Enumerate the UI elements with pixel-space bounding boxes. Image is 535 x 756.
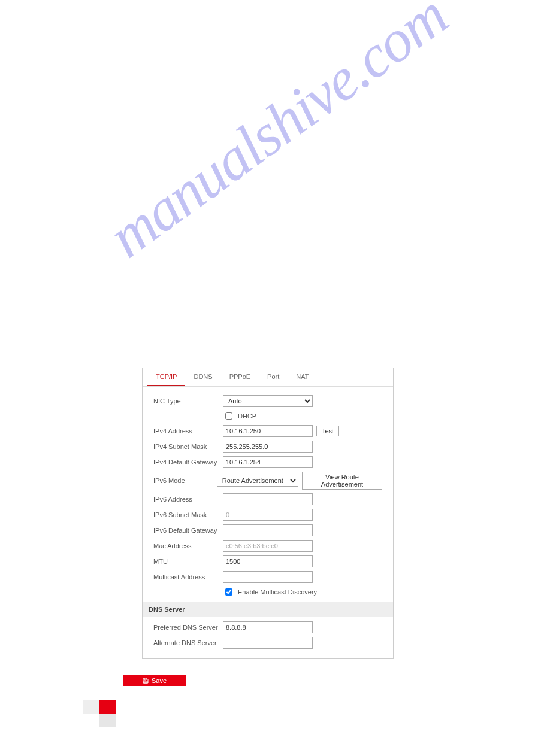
label-ipv6-address: IPv6 Address: [153, 496, 223, 503]
checkbox-dhcp[interactable]: [225, 412, 232, 420]
input-multicast-address[interactable]: [223, 571, 313, 583]
label-ipv4-subnet: IPv4 Subnet Mask: [153, 443, 223, 450]
label-ipv6-gateway: IPv6 Default Gateway: [153, 527, 223, 534]
label-nic-type: NIC Type: [153, 397, 223, 405]
label-ipv4-address: IPv4 Address: [153, 427, 223, 435]
row-ipv4-address: IPv4 Address Test: [153, 425, 382, 437]
select-ipv6-mode[interactable]: Route Advertisement: [217, 475, 298, 487]
checkbox-multicast-discovery[interactable]: [225, 588, 232, 596]
decor-block: [99, 700, 116, 714]
input-mtu[interactable]: [223, 555, 313, 567]
checkbox-dhcp-wrap: DHCP: [223, 411, 256, 421]
network-settings-panel: TCP/IP DDNS PPPoE Port NAT NIC Type Auto…: [142, 368, 394, 659]
tabbar: TCP/IP DDNS PPPoE Port NAT: [143, 368, 393, 387]
decor-block: [83, 700, 99, 714]
watermark-text: manualshive.com: [96, 0, 460, 271]
label-preferred-dns: Preferred DNS Server: [153, 624, 223, 631]
row-mtu: MTU: [153, 555, 382, 567]
input-alternate-dns[interactable]: [223, 637, 313, 649]
row-dhcp: DHCP: [153, 411, 382, 421]
divider-top: [81, 48, 453, 48]
decor-block: [83, 714, 99, 727]
bottom-decor: [83, 700, 116, 727]
label-multicast-address: Multicast Address: [153, 573, 223, 581]
select-nic-type[interactable]: Auto: [223, 395, 313, 407]
row-ipv4-subnet: IPv4 Subnet Mask: [153, 441, 382, 453]
label-dhcp: DHCP: [238, 412, 256, 420]
button-test[interactable]: Test: [316, 426, 339, 436]
decor-block: [99, 714, 116, 727]
save-button-label: Save: [152, 677, 167, 684]
row-enable-multicast-discovery: Enable Multicast Discovery: [153, 587, 382, 597]
row-mac-address: Mac Address: [153, 540, 382, 552]
input-ipv6-subnet[interactable]: [223, 509, 313, 521]
label-multicast-discovery: Enable Multicast Discovery: [238, 588, 317, 596]
row-alternate-dns: Alternate DNS Server: [153, 637, 382, 649]
form-area: NIC Type Auto DHCP IPv4 Address Test: [143, 387, 393, 658]
label-ipv6-mode: IPv6 Mode: [153, 477, 217, 484]
row-nic-type: NIC Type Auto: [153, 395, 382, 407]
tab-ddns[interactable]: DDNS: [185, 368, 220, 386]
row-ipv6-address: IPv6 Address: [153, 493, 382, 505]
label-ipv4-gateway: IPv4 Default Gateway: [153, 459, 223, 466]
input-ipv6-gateway[interactable]: [223, 524, 313, 536]
input-mac-address: [223, 540, 313, 552]
save-button[interactable]: Save: [123, 675, 186, 686]
input-ipv6-address[interactable]: [223, 493, 313, 505]
section-header-dns: DNS Server: [143, 602, 393, 617]
label-mac-address: Mac Address: [153, 542, 223, 549]
label-alternate-dns: Alternate DNS Server: [153, 639, 223, 646]
input-ipv4-subnet[interactable]: [223, 441, 313, 453]
button-view-route-advertisement[interactable]: View Route Advertisement: [302, 472, 382, 490]
save-icon: [143, 678, 149, 684]
row-preferred-dns: Preferred DNS Server: [153, 621, 382, 633]
input-ipv4-address[interactable]: [223, 425, 313, 437]
tab-pppoe[interactable]: PPPoE: [221, 368, 259, 386]
label-ipv6-subnet: IPv6 Subnet Mask: [153, 511, 223, 518]
tab-port[interactable]: Port: [259, 368, 288, 386]
row-multicast-address: Multicast Address: [153, 571, 382, 583]
input-preferred-dns[interactable]: [223, 621, 313, 633]
row-ipv4-gateway: IPv4 Default Gateway: [153, 456, 382, 468]
checkbox-multicast-discovery-wrap: Enable Multicast Discovery: [223, 587, 317, 597]
row-ipv6-gateway: IPv6 Default Gateway: [153, 524, 382, 536]
tab-nat[interactable]: NAT: [288, 368, 317, 386]
input-ipv4-gateway[interactable]: [223, 456, 313, 468]
row-ipv6-mode: IPv6 Mode Route Advertisement View Route…: [153, 472, 382, 490]
tab-tcpip[interactable]: TCP/IP: [147, 368, 185, 386]
row-ipv6-subnet: IPv6 Subnet Mask: [153, 509, 382, 521]
label-mtu: MTU: [153, 558, 223, 565]
